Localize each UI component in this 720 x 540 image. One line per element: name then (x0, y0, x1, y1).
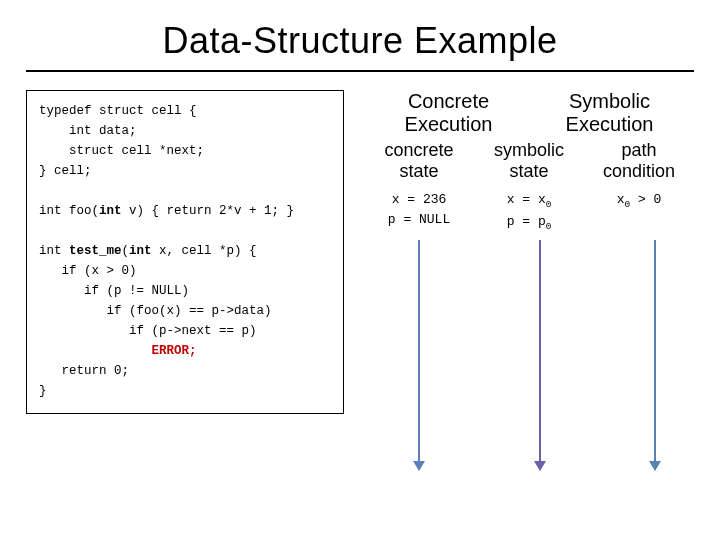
sub-headings: concrete state symbolic state path condi… (364, 140, 694, 182)
keyword-int: int (99, 204, 122, 218)
code-line: if (x > 0) (39, 264, 137, 278)
arrow-down-icon (539, 240, 541, 470)
arrow-down-icon (418, 240, 420, 470)
code-line: } cell; (39, 164, 92, 178)
main-content: typedef struct cell { int data; struct c… (26, 90, 694, 414)
subscript-zero: 0 (546, 199, 552, 210)
code-line: struct cell *next; (39, 144, 204, 158)
code-line: int data; (39, 124, 137, 138)
code-listing: typedef struct cell { int data; struct c… (26, 90, 344, 414)
error-text: ERROR; (152, 344, 197, 358)
keyword-int: int (129, 244, 152, 258)
code-line: if (p != NULL) (39, 284, 189, 298)
value-columns: x = 236 p = NULL x = x0 p = p0 x0 > 0 (364, 190, 694, 233)
code-line: typedef struct cell { (39, 104, 197, 118)
heading-symbolic-state: symbolic state (474, 140, 584, 182)
code-line (39, 344, 152, 358)
path-line: > 0 (630, 192, 661, 207)
heading-concrete-exec: Concrete Execution (368, 90, 529, 136)
func-name: test_me (69, 244, 122, 258)
sym-line: x = x (507, 192, 546, 207)
execution-panel: Concrete Execution Symbolic Execution co… (364, 90, 694, 414)
heading-symbolic-exec: Symbolic Execution (529, 90, 690, 136)
code-line: int foo( (39, 204, 99, 218)
code-line: return 0; (39, 364, 129, 378)
heading-path-condition: path condition (584, 140, 694, 182)
code-line: if (p->next == p) (39, 324, 257, 338)
code-line: ( (122, 244, 130, 258)
heading-concrete-state: concrete state (364, 140, 474, 182)
arrow-down-icon (654, 240, 656, 470)
sym-line: p = p (507, 214, 546, 229)
subscript-zero: 0 (546, 220, 552, 231)
top-headings: Concrete Execution Symbolic Execution (364, 90, 694, 136)
title-divider (26, 70, 694, 72)
code-line: } (39, 384, 47, 398)
path-condition-values: x0 > 0 (584, 190, 694, 233)
code-line: v) { return 2*v + 1; } (122, 204, 295, 218)
code-line: if (foo(x) == p->data) (39, 304, 272, 318)
code-line: int (39, 244, 69, 258)
code-line: x, cell *p) { (152, 244, 257, 258)
symbolic-state-values: x = x0 p = p0 (474, 190, 584, 233)
concrete-state-values: x = 236 p = NULL (364, 190, 474, 233)
slide-title: Data-Structure Example (26, 20, 694, 62)
